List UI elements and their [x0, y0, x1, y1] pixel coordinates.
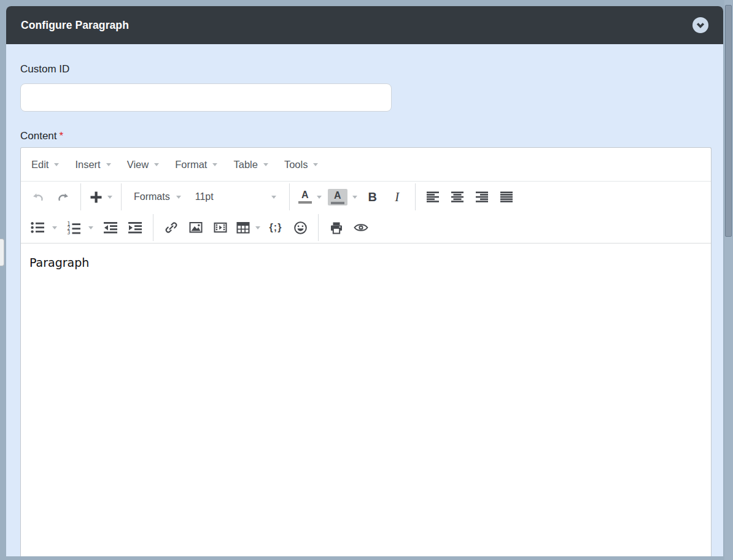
chevron-down-icon — [263, 163, 268, 166]
configure-paragraph-panel: Configure Paragraph Custom ID Content* E… — [6, 6, 723, 556]
menu-edit[interactable]: Edit — [23, 148, 67, 181]
eye-icon — [353, 221, 369, 234]
font-size-dropdown[interactable]: 11pt — [190, 185, 282, 209]
menu-table[interactable]: Table — [225, 148, 276, 181]
outdent-button[interactable] — [100, 216, 121, 239]
menu-insert[interactable]: Insert — [67, 148, 118, 181]
chevron-down-icon — [106, 163, 111, 166]
code-sample-button[interactable]: {;} — [265, 216, 286, 239]
bullet-list-options-button[interactable] — [49, 216, 60, 239]
editor-content-area[interactable]: Paragraph — [21, 244, 711, 556]
menu-tools[interactable]: Tools — [276, 148, 327, 181]
numbered-list-icon: 1 2 3 — [67, 221, 82, 234]
custom-id-label: Custom ID — [20, 63, 709, 75]
image-icon — [188, 220, 203, 235]
italic-button[interactable]: I — [387, 185, 408, 209]
required-asterisk: * — [60, 130, 64, 142]
toolbar-separator — [415, 183, 416, 210]
menu-edit-label: Edit — [31, 159, 48, 171]
toolbar-separator — [318, 214, 319, 241]
formats-label: Formats — [134, 191, 170, 202]
redo-arrow-icon — [56, 191, 70, 204]
menu-format-label: Format — [175, 159, 207, 171]
undo-arrow-icon — [31, 191, 45, 204]
toolbar-separator — [121, 183, 122, 210]
chevron-down-icon — [692, 17, 708, 33]
align-right-button[interactable] — [472, 185, 493, 209]
table-icon — [236, 221, 250, 235]
redo-button[interactable] — [52, 185, 73, 209]
insert-table-button[interactable] — [235, 216, 262, 239]
numbered-list-options-button[interactable] — [85, 216, 96, 239]
align-right-icon — [476, 191, 489, 202]
indent-icon — [128, 221, 142, 234]
panel-title: Configure Paragraph — [21, 19, 129, 32]
insert-image-button[interactable] — [185, 216, 206, 239]
background-color-icon: A — [328, 189, 347, 205]
scrollbar-thumb[interactable] — [725, 5, 732, 237]
bold-button[interactable]: B — [362, 185, 383, 209]
chevron-down-icon — [176, 196, 181, 199]
emoticons-button[interactable] — [290, 216, 311, 239]
rich-text-editor: Edit Insert View Format Table Tools — [20, 147, 712, 556]
chevron-down-icon — [52, 226, 57, 229]
insert-element-button[interactable] — [88, 185, 114, 209]
toolbar-separator — [153, 214, 153, 241]
toolbar-separator — [80, 183, 81, 210]
menu-view-label: View — [127, 159, 149, 171]
chevron-down-icon — [317, 196, 322, 199]
align-justify-icon — [500, 191, 513, 202]
chevron-down-icon — [154, 163, 159, 166]
align-center-button[interactable] — [448, 185, 468, 209]
chevron-down-icon — [313, 163, 318, 166]
numbered-list-button[interactable]: 1 2 3 — [64, 216, 85, 239]
preview-button[interactable] — [351, 216, 371, 239]
emoticon-smiley-icon — [293, 220, 308, 236]
insert-media-button[interactable] — [210, 216, 231, 239]
left-scrollbar-stub[interactable] — [0, 239, 4, 266]
align-left-icon — [427, 191, 440, 202]
align-center-icon — [451, 191, 464, 202]
print-button[interactable] — [326, 216, 347, 239]
indent-button[interactable] — [125, 216, 145, 239]
background-color-button[interactable]: A — [327, 185, 359, 209]
svg-text:3: 3 — [68, 230, 71, 234]
editor-toolbar-row1: Formats 11pt A A — [21, 182, 711, 212]
menu-format[interactable]: Format — [167, 148, 225, 181]
insert-link-button[interactable] — [161, 216, 182, 239]
align-left-button[interactable] — [423, 185, 444, 209]
font-size-value: 11pt — [195, 191, 214, 202]
chevron-down-icon — [54, 163, 59, 166]
printer-icon — [329, 221, 344, 235]
chevron-down-icon — [255, 226, 260, 229]
chevron-down-icon — [271, 196, 276, 199]
text-color-icon: A — [298, 190, 312, 204]
vertical-scrollbar[interactable] — [724, 0, 733, 560]
panel-body: Custom ID Content* — [6, 63, 723, 142]
menu-view[interactable]: View — [119, 148, 167, 181]
undo-button[interactable] — [28, 185, 48, 209]
custom-id-input[interactable] — [20, 83, 392, 112]
panel-header: Configure Paragraph — [6, 6, 723, 44]
plus-icon — [90, 191, 103, 204]
content-label: Content* — [20, 130, 709, 142]
editor-toolbar-row2: 1 2 3 — [21, 212, 711, 244]
menu-table-label: Table — [233, 159, 257, 171]
media-icon — [213, 220, 228, 235]
menu-insert-label: Insert — [75, 159, 100, 171]
bullet-list-button[interactable] — [28, 216, 48, 239]
link-icon — [164, 220, 179, 235]
formats-dropdown[interactable]: Formats — [129, 185, 186, 209]
align-justify-button[interactable] — [497, 185, 518, 209]
toolbar-separator — [289, 183, 290, 210]
content-label-text: Content — [20, 130, 57, 142]
italic-icon: I — [395, 190, 399, 205]
outdent-icon — [104, 221, 118, 234]
menu-tools-label: Tools — [284, 159, 308, 171]
chevron-down-icon — [352, 196, 357, 199]
text-color-button[interactable]: A — [297, 185, 323, 209]
code-sample-icon: {;} — [270, 222, 282, 233]
collapse-panel-button[interactable] — [692, 17, 708, 33]
editor-paragraph-text[interactable]: Paragraph — [29, 256, 702, 269]
page: { "header": { "title": "Configure Paragr… — [0, 0, 733, 560]
